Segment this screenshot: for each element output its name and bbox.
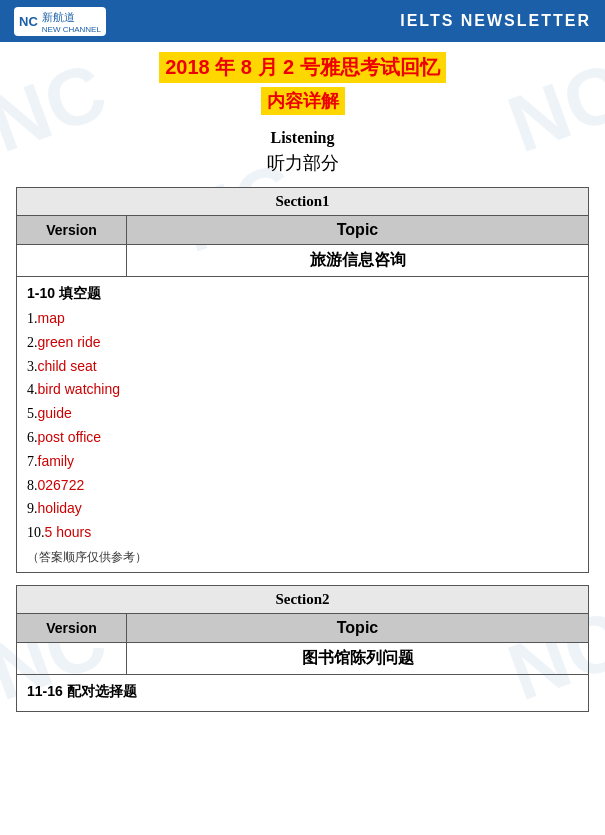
section2-topic-cell: 图书馆陈列问题 [127, 642, 589, 674]
answer-item: 8.026722 [27, 474, 578, 498]
answer-item: 1.map [27, 307, 578, 331]
sub-title-text: 内容详解 [261, 87, 345, 115]
section2-answers-block: 11-16 配对选择题 [16, 675, 589, 712]
logo-container: NC 新航道 NEW CHANNEL [14, 7, 106, 36]
answer-item: 9.holiday [27, 497, 578, 521]
answer-item: 7.family [27, 450, 578, 474]
answer-item: 2.green ride [27, 331, 578, 355]
logo-box: NC 新航道 NEW CHANNEL [14, 7, 106, 36]
answer-item: 4.bird watching [27, 378, 578, 402]
section1-answers-note: （答案顺序仅供参考） [27, 549, 578, 566]
section2-col-topic: Topic [127, 613, 589, 642]
main-title: 2018 年 8 月 2 号雅思考试回忆 [16, 52, 589, 83]
section1-answers-block: 1-10 填空题 1.map2.green ride3.child seat4.… [16, 277, 589, 573]
answer-item: 3.child seat [27, 355, 578, 379]
sub-title: 内容详解 [16, 87, 589, 115]
section2-wrapper: Section2 Version Topic 图书馆陈列问题 11-16 配对选… [16, 585, 589, 712]
section1-answers-list: 1.map2.green ride3.child seat4.bird watc… [27, 307, 578, 545]
section2-header: Section2 [17, 585, 589, 613]
page-header: NC 新航道 NEW CHANNEL IELTS NEWSLETTER [0, 0, 605, 42]
answer-item: 5.guide [27, 402, 578, 426]
section2-table: Section2 Version Topic 图书馆陈列问题 [16, 585, 589, 675]
col-header-version: Version [17, 216, 127, 245]
logo-cn-text: 新航道 [42, 11, 75, 23]
answer-item: 10.5 hours [27, 521, 578, 545]
logo-nc: NC [19, 14, 38, 29]
section1-answers-title: 1-10 填空题 [27, 285, 578, 303]
logo-en-text: NEW CHANNEL [42, 25, 101, 34]
section2-version-cell [17, 642, 127, 674]
section1-table: Section1 Version Topic 旅游信息咨询 [16, 187, 589, 277]
section1-header: Section1 [17, 188, 589, 216]
header-title: IELTS NEWSLETTER [400, 12, 591, 30]
page-content: NC NC NC NC NC 2018 年 8 月 2 号雅思考试回忆 内容详解… [0, 42, 605, 722]
listening-heading-en: Listening [16, 129, 589, 147]
listening-heading-cn: 听力部分 [16, 151, 589, 175]
section2-col-version: Version [17, 613, 127, 642]
section1-topic-cell: 旅游信息咨询 [127, 245, 589, 277]
section2-answers-title: 11-16 配对选择题 [27, 683, 578, 701]
main-title-text: 2018 年 8 月 2 号雅思考试回忆 [159, 52, 446, 83]
col-header-topic: Topic [127, 216, 589, 245]
answer-item: 6.post office [27, 426, 578, 450]
section1-version-cell [17, 245, 127, 277]
